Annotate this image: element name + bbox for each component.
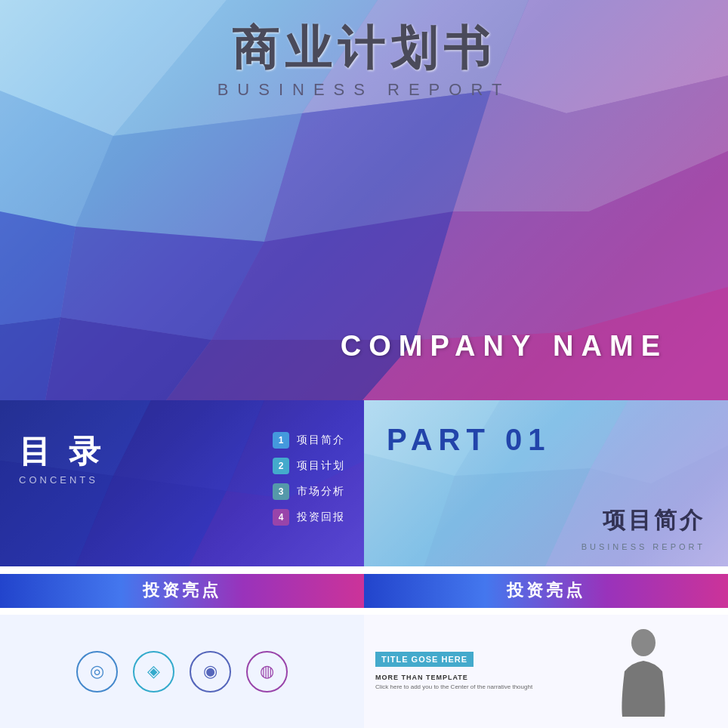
part01-subtitle-en: BUSINESS REPORT: [581, 542, 705, 551]
slide-contents: 目 录 CONCENTS 1 项目简介 2 项目计划 3 市场分析: [0, 400, 364, 566]
invest-banner-right: 投资亮点: [364, 574, 728, 608]
item-number-3: 3: [273, 483, 289, 500]
invest-right-image: [566, 622, 720, 720]
bottom-section: 目 录 CONCENTS 1 项目简介 2 项目计划 3 市场分析: [0, 400, 728, 728]
invest-right-content: TITLE GOSE HERE MORE THAN TEMPLATE Click…: [364, 615, 728, 728]
invest-right-text-area: TITLE GOSE HERE MORE THAN TEMPLATE Click…: [372, 622, 560, 720]
contents-item-4: 4 投资回报: [273, 509, 345, 526]
banner-left-text: 投资亮点: [143, 579, 221, 602]
item-label-3: 市场分析: [297, 485, 345, 498]
item-label-1: 项目简介: [297, 433, 345, 447]
contents-item-1: 1 项目简介: [273, 432, 345, 449]
invest-desc: Click here to add you to the Center of t…: [375, 683, 557, 692]
more-than-label: MORE THAN TEMPLATE: [375, 674, 557, 681]
bottom-row: ◎ ◈ ◉ ◍ TITLE GOSE HERE MORE THAN TEMPLA…: [0, 615, 728, 728]
item-label-2: 项目计划: [297, 459, 345, 473]
presentation-container: 商业计划书 BUSINESS REPORT COMPANY NAME: [0, 0, 728, 728]
item-number-4: 4: [273, 509, 289, 526]
invest-icon-4: ◍: [246, 651, 288, 693]
banner-row: 投资亮点 投资亮点: [0, 574, 728, 608]
invest-icons-row: ◎ ◈ ◉ ◍: [0, 615, 364, 728]
contents-item-3: 3 市场分析: [273, 483, 345, 500]
top-title-area: 商业计划书 BUSINESS REPORT: [0, 23, 728, 100]
contents-list: 1 项目简介 2 项目计划 3 市场分析 4 投资回报: [273, 432, 345, 535]
invest-icon-1: ◎: [76, 651, 118, 693]
invest-title-box: TITLE GOSE HERE: [375, 652, 474, 667]
slide-top: 商业计划书 BUSINESS REPORT COMPANY NAME: [0, 0, 728, 400]
part01-title: PART 01: [387, 423, 705, 457]
person-silhouette-icon: [613, 626, 674, 717]
mid-row: 目 录 CONCENTS 1 项目简介 2 项目计划 3 市场分析: [0, 400, 728, 566]
main-title-chinese: 商业计划书: [0, 23, 728, 74]
item-number-2: 2: [273, 458, 289, 474]
company-name-area: COMPANY NAME: [341, 330, 668, 362]
slide-invest-left: ◎ ◈ ◉ ◍: [0, 615, 364, 728]
slide-part01: PART 01 项目简介 BUSINESS REPORT: [364, 400, 728, 566]
banner-right-text: 投资亮点: [507, 579, 585, 602]
invest-banner-left: 投资亮点: [0, 574, 364, 608]
item-number-1: 1: [273, 432, 289, 449]
item-label-4: 投资回报: [297, 511, 345, 524]
contents-item-2: 2 项目计划: [273, 458, 345, 474]
invest-icon-2: ◈: [133, 651, 174, 693]
part01-subtitle-cn: 项目简介: [603, 505, 705, 536]
main-title-english: BUSINESS REPORT: [0, 80, 728, 100]
slide-invest-right: TITLE GOSE HERE MORE THAN TEMPLATE Click…: [364, 615, 728, 728]
invest-icon-3: ◉: [190, 651, 231, 693]
svg-point-28: [631, 629, 656, 656]
company-name-text: COMPANY NAME: [341, 330, 668, 362]
